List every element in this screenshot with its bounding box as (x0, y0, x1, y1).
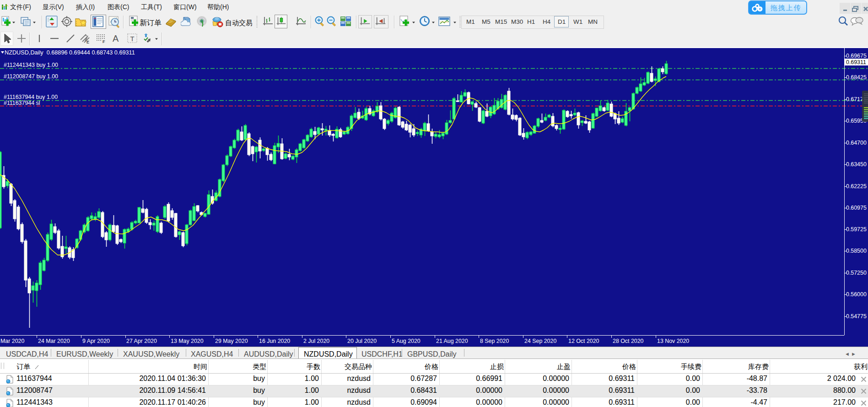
svg-text:#111637944 sl: #111637944 sl (4, 100, 40, 106)
svg-text:#111637944 buy 1.00: #111637944 buy 1.00 (4, 94, 58, 100)
svg-text:NZDUSD,Daily 0.68896 0.69444: NZDUSD,Daily 0.68896 0.69444 0.68743 0.6… (5, 49, 135, 56)
svg-text:29 May 2020: 29 May 2020 (215, 338, 248, 344)
svg-text:#112441343 buy 1.00: #112441343 buy 1.00 (4, 62, 58, 68)
svg-text:13 Nov 2020: 13 Nov 2020 (657, 338, 689, 344)
svg-text:0.59725: 0.59725 (846, 226, 867, 233)
svg-text:0.62225: 0.62225 (846, 183, 867, 190)
svg-text:Mar 2020: Mar 2020 (0, 338, 24, 344)
svg-text:24 Mar 2020: 24 Mar 2020 (38, 338, 70, 344)
svg-text:21 Aug 2020: 21 Aug 2020 (436, 338, 468, 344)
svg-text:28 Oct 2020: 28 Oct 2020 (613, 338, 644, 344)
svg-text:12 Oct 2020: 12 Oct 2020 (568, 338, 599, 344)
svg-text:24 Sep 2020: 24 Sep 2020 (524, 338, 556, 344)
svg-text:2 Jul 2020: 2 Jul 2020 (303, 338, 329, 344)
svg-text:0.63450: 0.63450 (846, 161, 867, 168)
svg-text:5 Aug 2020: 5 Aug 2020 (392, 338, 421, 344)
svg-text:16 Jun 2020: 16 Jun 2020 (259, 338, 290, 344)
svg-text:0.56000: 0.56000 (846, 291, 867, 298)
svg-text:9 Apr 2020: 9 Apr 2020 (82, 338, 110, 344)
svg-text:0.64700: 0.64700 (846, 140, 867, 146)
svg-text:20 Jul 2020: 20 Jul 2020 (347, 338, 377, 344)
svg-text:0.57250: 0.57250 (846, 270, 867, 276)
svg-text:27 Apr 2020: 27 Apr 2020 (126, 338, 157, 344)
svg-text:13 May 2020: 13 May 2020 (171, 338, 204, 344)
svg-text:0.54775: 0.54775 (846, 313, 867, 320)
svg-text:0.69311: 0.69311 (846, 59, 866, 65)
svg-text:8 Sep 2020: 8 Sep 2020 (480, 338, 509, 344)
svg-text:#112008747 buy 1.00: #112008747 buy 1.00 (4, 73, 58, 80)
svg-text:0.60975: 0.60975 (846, 205, 867, 211)
svg-text:0.69675: 0.69675 (846, 53, 867, 59)
svg-text:0.58500: 0.58500 (846, 248, 867, 254)
svg-text:0.68425: 0.68425 (846, 74, 867, 81)
